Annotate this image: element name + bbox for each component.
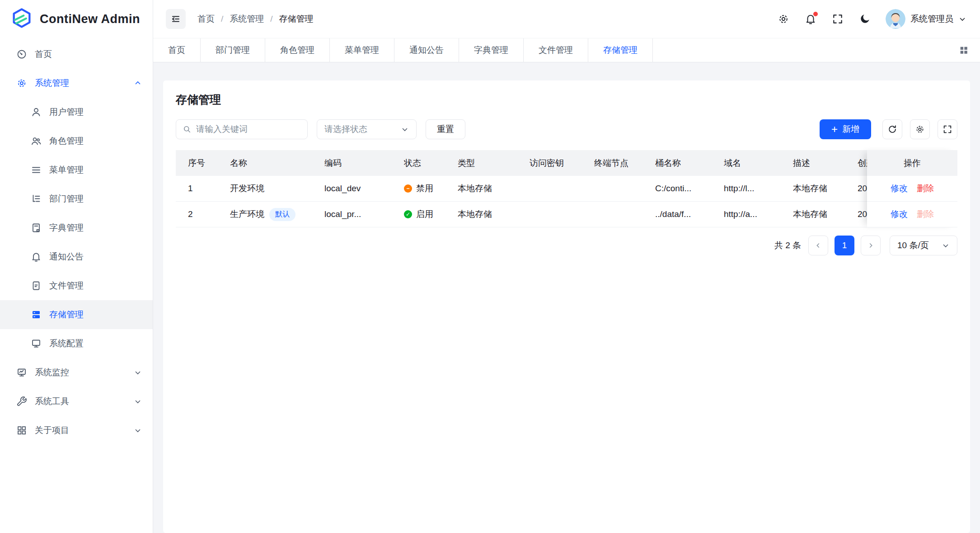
col-header-actions: 操作 — [867, 150, 957, 176]
row-actions: 修改 删除 — [867, 176, 957, 202]
storage-name: 开发环境 — [230, 183, 264, 194]
column-settings-button[interactable] — [910, 119, 930, 139]
status-select[interactable]: 请选择状态 — [317, 119, 417, 139]
users-icon — [31, 136, 42, 146]
content-area: 存储管理 请选择状态 重置 — [153, 62, 980, 533]
app-logo-icon — [10, 7, 33, 31]
table-row: 1 开发环境 local_dev 禁用 本地存储 — [176, 176, 867, 202]
sidebar-item-dict-management[interactable]: 字典管理 — [0, 213, 153, 242]
wrench-icon — [16, 396, 27, 407]
breadcrumb: 首页 / 系统管理 / 存储管理 — [197, 13, 314, 25]
tab-actions-grid-icon[interactable] — [947, 38, 980, 62]
col-header-no: 序号 — [176, 157, 230, 169]
user-icon — [31, 107, 42, 118]
breadcrumb-home[interactable]: 首页 — [197, 13, 215, 25]
sidebar-item-system-monitor[interactable]: 系统监控 — [0, 358, 153, 387]
sidebar-item-label: 首页 — [35, 48, 142, 60]
cell-created: 20 — [858, 184, 867, 193]
tab-storage[interactable]: 存储管理 — [588, 38, 653, 62]
main-column: 首页 / 系统管理 / 存储管理 — [153, 0, 980, 533]
chevron-down-icon — [401, 125, 409, 133]
tab-department[interactable]: 部门管理 — [201, 38, 265, 62]
table-row: 2 生产环境 默认 local_pr... 启用 本地存储 — [176, 202, 867, 227]
sidebar-item-role-management[interactable]: 角色管理 — [0, 127, 153, 156]
chevron-down-icon — [942, 241, 950, 250]
tab-dict[interactable]: 字典管理 — [459, 38, 524, 62]
user-menu[interactable]: 系统管理员 — [886, 9, 966, 29]
apps-grid-icon — [16, 425, 27, 436]
total-count: 共 2 条 — [774, 240, 801, 251]
sidebar-item-label: 系统管理 — [35, 77, 126, 89]
chevron-left-icon — [815, 242, 822, 249]
tab-file[interactable]: 文件管理 — [524, 38, 588, 62]
edit-link[interactable]: 修改 — [891, 208, 908, 220]
sidebar-item-department-management[interactable]: 部门管理 — [0, 184, 153, 213]
page-size-select[interactable]: 10 条/页 — [890, 236, 957, 255]
notification-badge — [813, 12, 818, 16]
default-badge: 默认 — [269, 208, 295, 221]
monitor-icon — [31, 338, 42, 349]
sidebar-item-menu-management[interactable]: 菜单管理 — [0, 156, 153, 184]
keyword-search-input[interactable] — [196, 124, 301, 134]
sidebar-item-label: 系统监控 — [35, 367, 126, 378]
tab-role[interactable]: 角色管理 — [265, 38, 330, 62]
cell-status: 禁用 — [404, 183, 458, 194]
chevron-down-icon — [134, 368, 142, 377]
menu-fold-icon — [170, 14, 181, 24]
sidebar-item-about-project[interactable]: 关于项目 — [0, 416, 153, 445]
sidebar-collapse-button[interactable] — [166, 9, 186, 29]
sidebar-item-system-config[interactable]: 系统配置 — [0, 329, 153, 358]
sidebar-item-label: 通知公告 — [49, 251, 142, 263]
sidebar-item-home[interactable]: 首页 — [0, 40, 153, 69]
next-page-button[interactable] — [861, 236, 881, 255]
page-title: 存储管理 — [176, 92, 957, 107]
reset-button[interactable]: 重置 — [426, 119, 465, 139]
refresh-button[interactable] — [882, 119, 902, 139]
dark-mode-moon-icon[interactable] — [858, 13, 871, 25]
app-title: ContiNew Admin — [40, 12, 140, 26]
tab-home[interactable]: 首页 — [153, 38, 201, 62]
fullscreen-icon[interactable] — [831, 13, 844, 25]
sidebar-item-file-management[interactable]: 文件管理 — [0, 271, 153, 300]
topbar-actions: 系统管理员 — [777, 9, 966, 29]
cell-bucket: C:/conti... — [655, 184, 724, 193]
sidebar-item-user-management[interactable]: 用户管理 — [0, 98, 153, 127]
table-toolbar: + 新增 — [820, 119, 957, 139]
col-header-bucket: 桶名称 — [655, 157, 724, 169]
table-fullscreen-button[interactable] — [938, 119, 957, 139]
keyword-search-field[interactable] — [176, 119, 308, 139]
delete-link-disabled: 删除 — [917, 208, 934, 220]
sidebar-item-notice[interactable]: 通知公告 — [0, 242, 153, 271]
chevron-down-icon — [134, 426, 142, 434]
add-button[interactable]: + 新增 — [820, 119, 871, 139]
user-avatar — [886, 9, 905, 29]
cell-domain: http://l... — [724, 184, 793, 193]
sidebar-item-system-management[interactable]: 系统管理 — [0, 69, 153, 98]
tab-menu[interactable]: 菜单管理 — [330, 38, 394, 62]
sidebar-item-label: 用户管理 — [49, 106, 142, 118]
prev-page-button[interactable] — [808, 236, 828, 255]
table-scroll-area[interactable]: 序号 名称 编码 状态 类型 访问密钥 终端节点 桶名称 域名 描述 创建时间 — [176, 150, 867, 227]
cell-code: local_pr... — [324, 209, 404, 219]
cell-description: 本地存储 — [793, 183, 858, 194]
sidebar-item-storage-management[interactable]: 存储管理 — [0, 300, 153, 329]
notification-bell-icon[interactable] — [804, 13, 817, 25]
gear-icon — [915, 124, 925, 134]
tabstrip-filler — [653, 38, 947, 62]
storage-server-icon — [31, 309, 42, 320]
edit-link[interactable]: 修改 — [891, 183, 908, 194]
breadcrumb-system[interactable]: 系统管理 — [230, 13, 264, 25]
page-number-current[interactable]: 1 — [835, 236, 854, 255]
sidebar: ContiNew Admin 首页 系统管理 — [0, 0, 153, 533]
cell-description: 本地存储 — [793, 208, 858, 220]
breadcrumb-separator: / — [270, 14, 272, 24]
delete-link[interactable]: 删除 — [917, 183, 934, 194]
cell-name: 生产环境 默认 — [230, 208, 324, 221]
logo: ContiNew Admin — [0, 0, 153, 38]
tab-notice[interactable]: 通知公告 — [394, 38, 459, 62]
col-header-created: 创建时间 — [858, 157, 867, 169]
sidebar-item-system-tools[interactable]: 系统工具 — [0, 387, 153, 416]
plus-icon: + — [831, 124, 838, 135]
settings-icon[interactable] — [777, 13, 790, 25]
table-actions-column: 操作 修改 删除 修改 删除 — [867, 150, 957, 227]
